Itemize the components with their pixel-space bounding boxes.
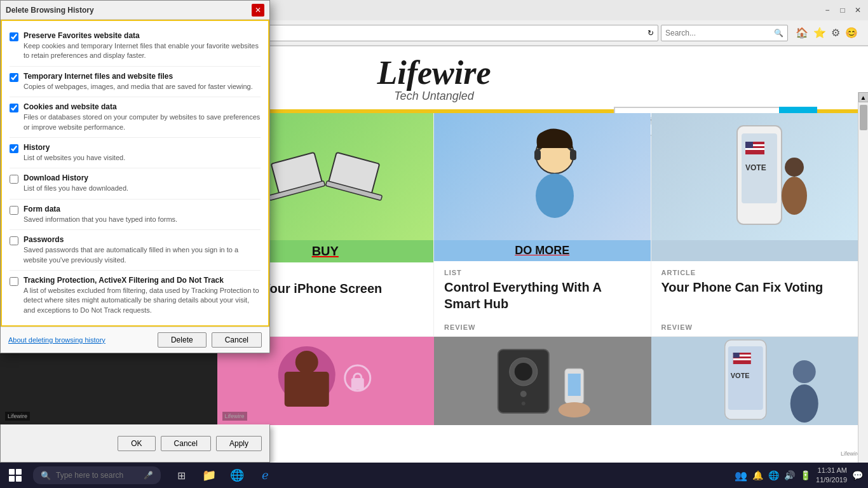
nav-search-input[interactable] bbox=[665, 29, 754, 37]
dialog-footer: About deleting browsing history Delete C… bbox=[1, 327, 269, 353]
svg-point-14 bbox=[536, 173, 574, 218]
formdata-title: Form data bbox=[24, 205, 177, 214]
lifewire-watermark-2: Lifewire bbox=[222, 412, 247, 421]
internet-options-dialog-strip: OK Cancel Apply bbox=[0, 424, 270, 463]
close-window-button[interactable]: ✕ bbox=[853, 5, 863, 15]
history-content: History List of websites you have visite… bbox=[24, 143, 125, 163]
category-buy[interactable]: BUY bbox=[312, 239, 339, 263]
tracking-checkbox[interactable] bbox=[10, 277, 18, 286]
cancel-dialog-button[interactable]: Cancel bbox=[161, 436, 211, 451]
about-browsing-history-link[interactable]: About deleting browsing history bbox=[8, 336, 105, 344]
preserve-checkbox[interactable] bbox=[10, 32, 18, 41]
article-card-4[interactable]: VOTE ARTICLE Your Phone Can Fix Voting R… bbox=[651, 113, 869, 336]
file-explorer-icon[interactable]: 📁 bbox=[196, 463, 222, 488]
dialog-item-formdata: Form data Saved information that you hav… bbox=[10, 200, 261, 230]
people-icon[interactable]: 👥 bbox=[735, 470, 747, 482]
svg-point-46 bbox=[790, 384, 818, 423]
article-bottom-label-4: REVIEW bbox=[651, 318, 869, 336]
cookies-checkbox[interactable] bbox=[10, 104, 18, 112]
taskbar-search-input[interactable] bbox=[56, 471, 139, 480]
tracking-title: Tracking Protection, ActiveX Filtering a… bbox=[24, 276, 261, 285]
download-title: Download History bbox=[24, 173, 128, 182]
clock-date: 11/9/2019 bbox=[816, 475, 847, 485]
dialog-item-tracking: Tracking Protection, ActiveX Filtering a… bbox=[10, 271, 261, 320]
article-bottom-label-3: REVIEW bbox=[434, 318, 651, 336]
scrollbar-thumb[interactable] bbox=[860, 105, 867, 130]
refresh-small-icon[interactable]: ↻ bbox=[648, 29, 654, 37]
formdata-desc: Saved information that you have typed in… bbox=[24, 215, 177, 224]
dialog-close-button[interactable]: ✕ bbox=[252, 4, 264, 17]
preserve-title: Preserve Favorites website data bbox=[24, 31, 261, 40]
clock-time: 11:31 AM bbox=[816, 466, 847, 475]
formdata-checkbox[interactable] bbox=[10, 206, 18, 215]
buy-illustration bbox=[262, 119, 389, 234]
notification-center-icon[interactable]: 💬 bbox=[852, 470, 863, 480]
chrome-icon[interactable]: 🌐 bbox=[224, 463, 250, 488]
article-card-3[interactable]: DO MORE LIST Control Everything With A S… bbox=[434, 113, 651, 336]
history-checkbox[interactable] bbox=[10, 144, 18, 153]
windows-start-icon bbox=[9, 469, 22, 482]
lifewire-watermark-1: Lifewire bbox=[5, 412, 30, 421]
article-title-4[interactable]: Your Phone Can Fix Voting bbox=[651, 279, 869, 301]
article-title-3[interactable]: Control Everything With A Smart Hub bbox=[434, 279, 651, 317]
svg-rect-43 bbox=[733, 353, 739, 358]
history-desc: List of websites you have visited. bbox=[24, 153, 125, 163]
svg-text:VOTE: VOTE bbox=[745, 163, 766, 172]
network-icon[interactable]: 🌐 bbox=[768, 470, 779, 480]
taskbar-clock[interactable]: 11:31 AM 11/9/2019 bbox=[816, 466, 847, 485]
svg-rect-20 bbox=[745, 142, 753, 148]
svg-point-25 bbox=[295, 351, 318, 374]
download-checkbox[interactable] bbox=[10, 175, 18, 184]
svg-rect-42 bbox=[733, 358, 750, 360]
svg-point-45 bbox=[792, 360, 815, 383]
ie-icon[interactable]: ℯ bbox=[252, 463, 278, 488]
taskbar: 🔍 🎤 ⊞ 📁 🌐 ℯ 👥 🔔 🌐 🔊 🔋 11:31 AM 11/9/2019… bbox=[0, 463, 868, 488]
taskbar-search-bar[interactable]: 🔍 🎤 bbox=[33, 466, 161, 484]
dialog-footer-buttons: Delete Cancel bbox=[158, 332, 262, 348]
dialog-item-temp: Temporary Internet files and website fil… bbox=[10, 67, 261, 97]
volume-icon[interactable]: 🔊 bbox=[784, 470, 795, 480]
battery-icon[interactable]: 🔋 bbox=[800, 470, 811, 480]
search-nav-icon[interactable]: 🔍 bbox=[774, 29, 783, 37]
dialog-item-history: History List of websites you have visite… bbox=[10, 138, 261, 168]
home-icon[interactable]: 🏠 bbox=[796, 27, 808, 39]
microphone-icon[interactable]: 🎤 bbox=[144, 471, 153, 480]
cookies-content: Cookies and website data Files or databa… bbox=[24, 102, 261, 132]
apply-button[interactable]: Apply bbox=[216, 436, 262, 451]
scrollbar-track: ▲ ▼ bbox=[858, 92, 868, 463]
history-title: History bbox=[24, 143, 125, 152]
smiley-icon[interactable]: 😊 bbox=[845, 27, 858, 39]
passwords-checkbox[interactable] bbox=[10, 236, 18, 245]
nav-search-bar[interactable]: 🔍 bbox=[661, 25, 788, 41]
notification-icon[interactable]: 🔔 bbox=[752, 470, 763, 480]
favorites-icon[interactable]: ⭐ bbox=[813, 27, 826, 39]
cancel-button[interactable]: Cancel bbox=[212, 332, 262, 348]
passwords-content: Passwords Saved passwords that are autom… bbox=[24, 235, 261, 265]
svg-point-32 bbox=[515, 363, 532, 381]
dialog-item-cookies: Cookies and website data Files or databa… bbox=[10, 97, 261, 138]
minimize-button[interactable]: − bbox=[822, 5, 832, 15]
ok-button[interactable]: OK bbox=[118, 436, 155, 451]
start-button[interactable] bbox=[0, 463, 31, 488]
delete-button[interactable]: Delete bbox=[158, 332, 207, 348]
delete-browsing-history-dialog: Delete Browsing History ✕ Preserve Favor… bbox=[0, 0, 270, 353]
tracking-content: Tracking Protection, ActiveX Filtering a… bbox=[24, 276, 261, 315]
passwords-desc: Saved passwords that are automatically f… bbox=[24, 245, 261, 265]
task-view-button[interactable]: ⊞ bbox=[168, 463, 194, 488]
dialog-item-download: Download History List of files you have … bbox=[10, 168, 261, 199]
search-taskbar-icon: 🔍 bbox=[41, 471, 51, 480]
speaker-illustration bbox=[434, 337, 651, 425]
svg-rect-19 bbox=[745, 148, 764, 150]
temp-content: Temporary Internet files and website fil… bbox=[24, 72, 253, 92]
article-image-4: VOTE bbox=[651, 113, 869, 240]
settings-icon[interactable]: ⚙ bbox=[831, 27, 840, 39]
phone3-illustration: VOTE bbox=[651, 337, 869, 425]
svg-point-37 bbox=[559, 402, 590, 417]
svg-rect-12 bbox=[534, 150, 541, 160]
maximize-button[interactable]: □ bbox=[837, 5, 848, 15]
svg-text:VOTE: VOTE bbox=[730, 372, 749, 379]
temp-checkbox[interactable] bbox=[10, 73, 18, 82]
scroll-up-button[interactable]: ▲ bbox=[858, 92, 869, 102]
dialog-title-bar: Delete Browsing History ✕ bbox=[1, 1, 269, 20]
category-domore[interactable]: DO MORE bbox=[515, 239, 569, 262]
